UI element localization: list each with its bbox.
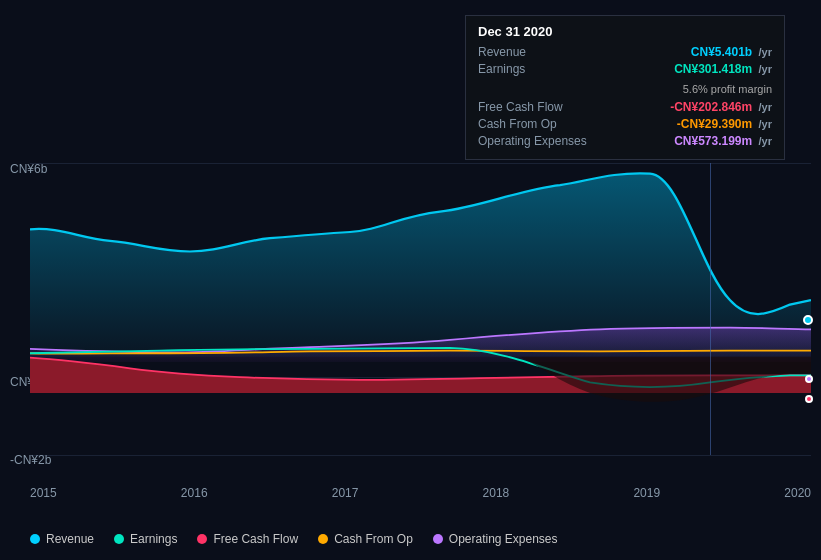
tooltip-row-earnings: Earnings CN¥301.418m /yr: [478, 62, 772, 76]
tooltip-row-fcf: Free Cash Flow -CN¥202.846m /yr: [478, 100, 772, 114]
legend-item-opex[interactable]: Operating Expenses: [433, 532, 558, 546]
profit-margin: 5.6% profit margin: [683, 83, 772, 95]
x-label-2018: 2018: [483, 486, 510, 500]
tooltip-value-cashfromop: -CN¥29.390m /yr: [677, 117, 772, 131]
legend-label-revenue: Revenue: [46, 532, 94, 546]
legend-item-revenue[interactable]: Revenue: [30, 532, 94, 546]
y-label-bot: -CN¥2b: [10, 453, 51, 467]
tooltip-value-opex: CN¥573.199m /yr: [674, 134, 772, 148]
chart-legend: Revenue Earnings Free Cash Flow Cash Fro…: [30, 532, 558, 546]
tooltip-label-cashfromop: Cash From Op: [478, 117, 677, 131]
tooltip-row-revenue: Revenue CN¥5.401b /yr: [478, 45, 772, 59]
legend-item-fcf[interactable]: Free Cash Flow: [197, 532, 298, 546]
tooltip-value-revenue: CN¥5.401b /yr: [691, 45, 772, 59]
x-axis-labels: 2015 2016 2017 2018 2019 2020: [30, 486, 811, 500]
cursor-line: [710, 163, 711, 455]
tooltip-box: Dec 31 2020 Revenue CN¥5.401b /yr Earnin…: [465, 15, 785, 160]
tooltip-label-revenue: Revenue: [478, 45, 691, 59]
tooltip-label-fcf: Free Cash Flow: [478, 100, 670, 114]
revenue-cursor-dot: [803, 315, 813, 325]
x-label-2015: 2015: [30, 486, 57, 500]
x-label-2016: 2016: [181, 486, 208, 500]
tooltip-value-earnings: CN¥301.418m /yr: [674, 62, 772, 76]
profit-margin-row: 5.6% profit margin: [478, 79, 772, 97]
legend-dot-earnings: [114, 534, 124, 544]
legend-dot-revenue: [30, 534, 40, 544]
legend-dot-fcf: [197, 534, 207, 544]
x-label-2019: 2019: [633, 486, 660, 500]
tooltip-row-cashfromop: Cash From Op -CN¥29.390m /yr: [478, 117, 772, 131]
tooltip-value-fcf: -CN¥202.846m /yr: [670, 100, 772, 114]
tooltip-label-earnings: Earnings: [478, 62, 674, 76]
legend-dot-opex: [433, 534, 443, 544]
legend-item-earnings[interactable]: Earnings: [114, 532, 177, 546]
legend-label-opex: Operating Expenses: [449, 532, 558, 546]
chart-container: CN¥6b CN¥0 -CN¥2b: [0, 0, 821, 560]
tooltip-label-opex: Operating Expenses: [478, 134, 674, 148]
legend-dot-cashfromop: [318, 534, 328, 544]
tooltip-title: Dec 31 2020: [478, 24, 772, 39]
x-label-2020: 2020: [784, 486, 811, 500]
legend-label-earnings: Earnings: [130, 532, 177, 546]
legend-label-fcf: Free Cash Flow: [213, 532, 298, 546]
fcf-cursor-dot: [805, 395, 813, 403]
tooltip-row-opex: Operating Expenses CN¥573.199m /yr: [478, 134, 772, 148]
grid-line-bot: [30, 455, 811, 456]
legend-label-cashfromop: Cash From Op: [334, 532, 413, 546]
x-label-2017: 2017: [332, 486, 359, 500]
chart-svg: [30, 163, 811, 455]
opex-cursor-dot: [805, 375, 813, 383]
legend-item-cashfromop[interactable]: Cash From Op: [318, 532, 413, 546]
